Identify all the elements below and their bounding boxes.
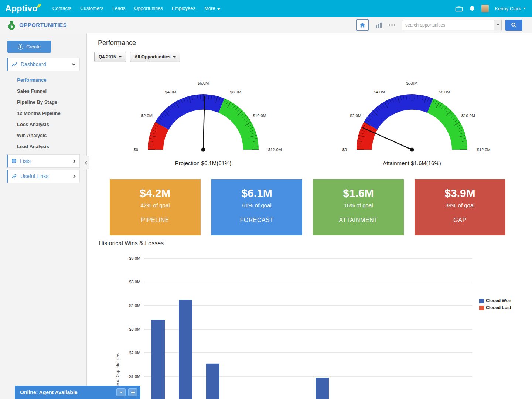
gauge-caption: Projection $6.1M(61%) [122, 160, 284, 166]
legend-label: Closed Lost [486, 305, 511, 310]
scope-filter-dropdown[interactable]: All Opportunities [130, 52, 180, 62]
nav-item-opportunities[interactable]: Opportunities [130, 0, 167, 17]
svg-text:$0: $0 [342, 147, 347, 152]
sidebar-item-performance[interactable]: Performance [0, 75, 86, 86]
search-scope-dropdown[interactable] [494, 20, 502, 30]
kpi-card-forecast: $6.1M61% of goalFORECAST [211, 179, 302, 235]
legend-label: Closed Won [486, 298, 511, 303]
main-content: Performance Q4-2015 All Opportunities $0… [87, 33, 532, 399]
svg-text:$10.0M: $10.0M [253, 113, 266, 118]
create-button[interactable]: Create [7, 41, 51, 53]
gauge-chart-svg: $0$2.0M$4.0M$6.0M$8.0M$10.0M$12.0M [331, 81, 493, 155]
more-options-icon[interactable] [389, 24, 395, 26]
link-icon [11, 174, 17, 179]
sidebar-item-lead-analysis[interactable]: Lead Analysis [0, 141, 86, 152]
kpi-card-gap: $3.9M39% of goalGAP [415, 179, 505, 235]
bar-closed-won [179, 300, 192, 399]
chevron-down-icon [173, 56, 176, 58]
sidebar-item-useful-links[interactable]: Useful Links [7, 170, 80, 183]
avatar[interactable] [481, 5, 489, 12]
briefcase-icon[interactable] [455, 6, 463, 12]
home-icon [359, 22, 366, 28]
plus-circle-icon [18, 44, 23, 50]
grid-icon [11, 158, 17, 164]
svg-text:$6.0M: $6.0M [406, 81, 418, 85]
svg-text:$12.0M: $12.0M [477, 147, 491, 152]
svg-text:$12.0M: $12.0M [268, 147, 282, 152]
chat-widget[interactable]: Online: Agent Available [15, 386, 140, 399]
topnav-menu: ContactsCustomersLeadsOpportunitiesEmplo… [48, 0, 225, 17]
svg-text:$: $ [10, 24, 13, 28]
svg-text:$10.0M: $10.0M [461, 113, 475, 118]
sidebar-item-win-analysis[interactable]: Win Analysis [0, 130, 86, 141]
search-input[interactable] [402, 20, 494, 30]
sidebar-collapse-button[interactable] [84, 156, 89, 169]
history-chart-title: Historical Wins & Losses [99, 240, 164, 247]
sidebar-item-lists[interactable]: Lists [7, 154, 80, 168]
chevron-down-icon [120, 392, 123, 393]
sidebar-item-pipeline-by-stage[interactable]: Pipeline By Stage [0, 97, 86, 108]
sidebar-item-sales-funnel[interactable]: Sales Funnel [0, 86, 86, 97]
app-title: $ OPPORTUNITIES [7, 20, 67, 30]
chevron-right-icon [72, 159, 76, 163]
sidebar-dashboard-label: Dashboard [21, 61, 46, 67]
chart-view-button[interactable] [375, 22, 382, 28]
sidebar-item-12-months-pipeline[interactable]: 12 Months Pipeline [0, 108, 86, 119]
gauge-svg-host: $0$2.0M$4.0M$6.0M$8.0M$10.0M$12.0M [122, 81, 284, 157]
dashboard-submenu: PerformanceSales FunnelPipeline By Stage… [0, 75, 86, 152]
period-filter-label: Q4-2015 [99, 54, 116, 59]
kpi-label: FORECAST [211, 217, 302, 224]
svg-text:$6.0M: $6.0M [129, 256, 140, 260]
bar-closed-won [316, 378, 329, 399]
chat-new-button[interactable] [128, 388, 137, 396]
plus-icon [131, 391, 135, 395]
kpi-label: PIPELINE [110, 217, 201, 224]
svg-text:$1.0M: $1.0M [129, 374, 140, 379]
app-bar: $ OPPORTUNITIES [0, 17, 532, 33]
chevron-down-icon [523, 8, 526, 9]
chat-collapse-button[interactable] [116, 388, 126, 396]
kpi-value: $1.6M [313, 179, 404, 200]
kpi-subtitle: 42% of goal [110, 202, 201, 208]
page: Apptivo ContactsCustomersLeadsOpportunit… [0, 0, 532, 399]
nav-item-more[interactable]: More [200, 0, 225, 17]
history-chart-svg: $1.0M$2.0M$3.0M$4.0M$5.0M$6.0MValue of O… [111, 251, 495, 399]
sidebar: Create Dashboard PerformanceSales Funnel… [0, 33, 87, 399]
history-chart: $1.0M$2.0M$3.0M$4.0M$5.0M$6.0MValue of O… [111, 251, 495, 399]
kpi-label: ATTAINMENT [313, 217, 404, 224]
brand-text: Apptivo [5, 4, 38, 14]
nav-item-customers[interactable]: Customers [76, 0, 108, 17]
svg-text:$0: $0 [134, 147, 138, 152]
leaf-icon [37, 3, 41, 8]
chevron-right-icon [72, 174, 76, 178]
legend-swatch [479, 306, 484, 310]
nav-item-contacts[interactable]: Contacts [48, 0, 76, 17]
home-button[interactable] [356, 19, 369, 31]
bar-closed-won [206, 364, 219, 399]
svg-text:$2.0M: $2.0M [141, 113, 153, 118]
section-title: Performance [98, 39, 136, 47]
period-filter-dropdown[interactable]: Q4-2015 [94, 52, 126, 62]
line-chart-icon [11, 61, 17, 67]
nav-item-employees[interactable]: Employees [167, 0, 200, 17]
appbar-controls [356, 19, 522, 31]
sidebar-item-loss-analysis[interactable]: Loss Analysis [0, 119, 86, 130]
bar-chart-icon [375, 22, 382, 28]
svg-text:$8.0M: $8.0M [439, 90, 450, 94]
svg-text:$2.0M: $2.0M [350, 113, 361, 118]
nav-item-leads[interactable]: Leads [108, 0, 130, 17]
apptivo-logo[interactable]: Apptivo [5, 4, 41, 14]
gauge-chart-svg: $0$2.0M$4.0M$6.0M$8.0M$10.0M$12.0M [122, 81, 284, 155]
search-group [402, 20, 522, 31]
notification-icon[interactable] [469, 5, 475, 12]
gauge-svg-host: $0$2.0M$4.0M$6.0M$8.0M$10.0M$12.0M [331, 81, 493, 157]
kpi-card-attainment: $1.6M16% of goalATTAINMENT [313, 179, 404, 235]
legend-item-closed-won[interactable]: Closed Won [479, 298, 511, 303]
kpi-subtitle: 61% of goal [211, 202, 302, 208]
svg-text:$5.0M: $5.0M [129, 280, 140, 284]
sidebar-item-dashboard[interactable]: Dashboard [7, 58, 80, 71]
svg-text:$4.0M: $4.0M [165, 90, 177, 94]
search-button[interactable] [505, 20, 522, 31]
legend-item-closed-lost[interactable]: Closed Lost [479, 305, 511, 310]
user-menu[interactable]: Kenny Clark [495, 6, 526, 11]
